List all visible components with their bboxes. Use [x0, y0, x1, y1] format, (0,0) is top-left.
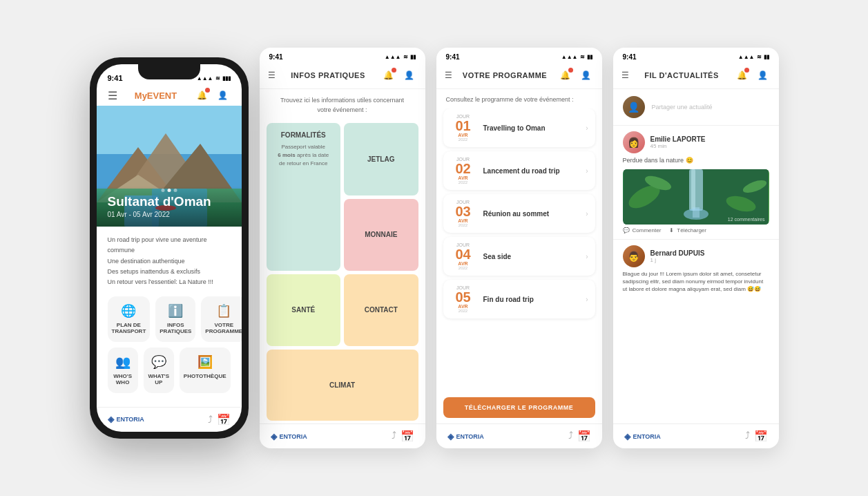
post1-image: 12 commentaires [623, 169, 769, 225]
menu-programme[interactable]: 📋 VOTREPROGRAMME [201, 296, 241, 342]
profile4[interactable]: 👤 [755, 68, 770, 83]
phone2-header-icons: 🔔 👤 [381, 68, 417, 83]
day2-year: 2022 [450, 180, 476, 184]
entoria-logo3: ◈ ENTORIA [447, 432, 484, 441]
calendar-icon2[interactable]: 📅 [401, 430, 414, 443]
signal-icon4: ▲▲▲ [738, 54, 755, 60]
day5-year: 2022 [450, 309, 476, 313]
battery-icon4: ▮▮ [764, 54, 769, 60]
download-programme-btn[interactable]: TÉLÉCHARGER LE PROGRAMME [443, 397, 595, 418]
post2: 👨 Bernard DUPUIS 1 j Blague du jour !!! … [613, 240, 779, 299]
phone4-screen: 9:41 ▲▲▲ ≋ ▮▮ ☰ FIL D'ACTUALITÉS 🔔 👤 👤 P… [613, 48, 779, 448]
day4-month: AVR [450, 261, 476, 266]
day1-item[interactable]: Jour 01 AVR 2022 Travelling to Oman › [443, 108, 595, 147]
post1-avatar: 👩 [623, 131, 645, 153]
menu-whats-up[interactable]: 💬 WHAT'SUP [144, 347, 174, 393]
post2-name: Bernard DUPUIS [650, 249, 705, 257]
day5-month: AVR [450, 304, 476, 309]
download-action[interactable]: ⬇ Télécharger [669, 227, 706, 233]
cell-formalites[interactable]: FORMALITÉS Passeport valable6 mois après… [267, 123, 341, 271]
menu-whos-who[interactable]: 👥 WHO'SWHO [108, 347, 138, 393]
cell-monnaie[interactable]: MONNAIE [344, 199, 418, 271]
day4-item[interactable]: Jour 04 AVR 2022 Sea side › [443, 237, 595, 276]
svg-rect-20 [693, 207, 700, 218]
calendar-icon3[interactable]: 📅 [577, 430, 591, 443]
footer-actions2: ⤴ 📅 [392, 430, 414, 443]
entoria-icon3: ◈ [447, 432, 454, 441]
day3-month: AVR [450, 218, 476, 223]
profile3[interactable]: 👤 [579, 68, 594, 83]
phone1-status-icons: ▲▲▲ ≋ ▮▮▮ [197, 75, 231, 82]
wifi-icon3: ≋ [580, 54, 585, 60]
post1: 👩 Emilie LAPORTE 45 min Perdue dans la n… [613, 126, 779, 240]
hamburger-icon[interactable]: ☰ [108, 89, 117, 102]
post2-avatar: 👨 [623, 245, 645, 267]
bell2[interactable]: 🔔 [381, 68, 396, 83]
hero-overlay: Sultanat d'Oman 01 Avr - 05 Avr 2022 [97, 186, 242, 227]
bell3[interactable]: 🔔 [558, 68, 573, 83]
share-icon[interactable]: ⤴ [208, 414, 213, 425]
hamburger4[interactable]: ☰ [621, 70, 629, 80]
share-icon3[interactable]: ⤴ [568, 430, 573, 443]
phone1-app-header: ☰ MyEVENT 🔔 👤 [97, 84, 242, 106]
day3-year: 2022 [450, 223, 476, 227]
day2-num: 02 [450, 162, 476, 175]
bell4[interactable]: 🔔 [734, 68, 749, 83]
hamburger2[interactable]: ☰ [268, 70, 276, 80]
calendar-icon[interactable]: 📅 [217, 413, 231, 426]
day5-date: Jour 05 AVR 2022 [450, 285, 476, 313]
menu-phototheque[interactable]: 🖼️ PHOTOTHÈQUE [180, 347, 231, 393]
day5-title: Fin du road trip [483, 296, 586, 303]
share-icon2[interactable]: ⤴ [392, 430, 396, 443]
phone2-status-bar: 9:41 ▲▲▲ ≋ ▮▮ [260, 48, 425, 64]
phone4-header: ☰ FIL D'ACTUALITÉS 🔔 👤 [613, 64, 779, 89]
calendar-icon4[interactable]: 📅 [754, 430, 768, 443]
entoria-icon1: ◈ [108, 414, 114, 424]
logo-my: My [135, 90, 147, 101]
infos-label: INFOSPRATIQUES [160, 322, 191, 335]
day4-num: 04 [450, 247, 476, 261]
profile2[interactable]: 👤 [402, 68, 417, 83]
comment-action[interactable]: 💬 Commenter [623, 227, 662, 233]
day1-year: 2022 [450, 137, 476, 142]
menu-infos[interactable]: ℹ️ INFOSPRATIQUES [155, 296, 195, 342]
phone3-header: ☰ VOTRE PROGRAMME 🔔 👤 [436, 64, 602, 89]
cell-jetlag[interactable]: JETLAG [344, 123, 418, 195]
share-input[interactable]: Partager une actualité [652, 104, 769, 111]
share-icon4[interactable]: ⤴ [745, 430, 750, 443]
signal-icon: ▲▲▲ [197, 75, 213, 82]
profile-icon[interactable]: 👤 [215, 88, 231, 103]
cell-contact[interactable]: CONTACT [344, 274, 418, 346]
phone4-title: FIL D'ACTUALITÉS [644, 71, 719, 79]
day2-item[interactable]: Jour 02 AVR 2022 Lancement du road trip … [443, 151, 595, 190]
share-bar: 👤 Partager une actualité [613, 89, 779, 126]
phone2-footer: ◈ ENTORIA ⤴ 📅 [260, 423, 425, 448]
hamburger3[interactable]: ☰ [445, 70, 452, 80]
post1-meta: Emilie LAPORTE 45 min [650, 135, 706, 149]
notification-bell[interactable]: 🔔 [195, 88, 210, 103]
svg-rect-18 [691, 169, 695, 211]
cell-climat[interactable]: CLIMAT [267, 350, 418, 421]
day3-item[interactable]: Jour 03 AVR 2022 Réunion au sommet › [443, 194, 595, 233]
phone3-status-bar: 9:41 ▲▲▲ ≋ ▮▮ [436, 48, 602, 64]
wifi-icon2: ≋ [403, 54, 408, 60]
day5-item[interactable]: Jour 05 AVR 2022 Fin du road trip › [443, 280, 595, 318]
download-icon: ⬇ [669, 227, 674, 233]
jetlag-label: JETLAG [367, 155, 394, 163]
signal-icon2: ▲▲▲ [385, 54, 401, 60]
day2-date: Jour 02 AVR 2022 [450, 157, 476, 184]
menu-transport[interactable]: 🌐 PLAN DETRANSPORT [108, 296, 151, 342]
day2-chevron: › [586, 167, 588, 175]
day2-month: AVR [450, 175, 476, 180]
day4-chevron: › [586, 253, 588, 260]
cell-sante[interactable]: SANTÉ [267, 274, 341, 346]
day3-date: Jour 03 AVR 2022 [450, 200, 476, 227]
whats-up-label: WHAT'SUP [148, 373, 169, 386]
phone1-body: Un road trip pour vivre une aventure com… [97, 227, 242, 407]
entoria-icon4: ◈ [624, 432, 630, 441]
phone4-status-icons: ▲▲▲ ≋ ▮▮ [738, 54, 769, 60]
hero-date: 01 Avr - 05 Avr 2022 [108, 211, 231, 218]
phone1-hero: Sultanat d'Oman 01 Avr - 05 Avr 2022 [97, 106, 242, 227]
phone1-desc: Un road trip pour vivre une aventure com… [108, 235, 231, 287]
contact-label: CONTACT [365, 306, 398, 314]
